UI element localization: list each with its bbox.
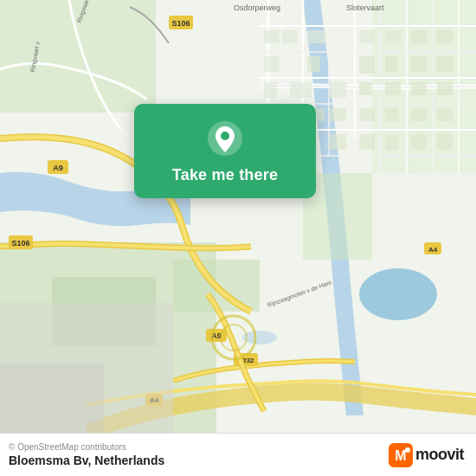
svg-rect-46 (307, 30, 326, 43)
cta-card[interactable]: Take me there (134, 104, 316, 198)
svg-point-83 (221, 132, 229, 140)
svg-text:M: M (395, 448, 406, 463)
svg-rect-75 (385, 134, 398, 150)
map-background: A9 S106 S106 A4 A4 N232 A9 (0, 0, 476, 433)
svg-rect-60 (411, 82, 427, 95)
svg-rect-59 (385, 82, 401, 95)
svg-rect-74 (359, 134, 375, 150)
svg-rect-50 (290, 82, 312, 98)
footer-copyright: © OpenStreetMap contributors (9, 442, 164, 452)
svg-rect-57 (437, 56, 453, 72)
moovit-icon: M (389, 443, 413, 467)
svg-rect-62 (307, 56, 320, 72)
svg-rect-45 (264, 56, 280, 72)
svg-rect-76 (411, 134, 427, 150)
svg-text:A4: A4 (428, 246, 438, 254)
map-container: A9 S106 S106 A4 A4 N232 A9 (0, 0, 476, 433)
svg-rect-77 (437, 134, 453, 150)
svg-rect-49 (264, 82, 277, 98)
svg-rect-68 (411, 108, 427, 121)
location-pin-icon (206, 119, 244, 158)
svg-rect-79 (0, 363, 104, 433)
svg-rect-54 (411, 30, 427, 43)
svg-rect-73 (329, 134, 346, 150)
moovit-text: moovit (415, 446, 464, 464)
svg-rect-51 (329, 82, 346, 98)
svg-rect-56 (411, 56, 427, 72)
svg-rect-55 (437, 30, 453, 43)
svg-text:Slotervaart: Slotervaart (346, 3, 384, 12)
svg-text:Osdorperweg: Osdorperweg (234, 3, 280, 12)
svg-rect-61 (437, 82, 453, 95)
svg-rect-43 (264, 30, 280, 43)
svg-rect-44 (282, 30, 298, 43)
svg-rect-66 (359, 108, 375, 121)
svg-rect-47 (359, 30, 375, 43)
footer-left: © OpenStreetMap contributors Bloemsma Bv… (9, 442, 164, 467)
cta-label[interactable]: Take me there (172, 166, 278, 184)
footer-bar: © OpenStreetMap contributors Bloemsma Bv… (0, 433, 476, 476)
svg-rect-69 (437, 108, 453, 121)
svg-rect-48 (385, 30, 401, 43)
footer-location: Bloemsma Bv, Netherlands (9, 453, 164, 467)
moovit-logo: M moovit (389, 443, 464, 467)
svg-text:S106: S106 (171, 19, 190, 28)
svg-point-86 (405, 447, 410, 453)
svg-point-1 (359, 268, 437, 320)
svg-rect-53 (385, 56, 398, 72)
svg-rect-52 (359, 56, 375, 74)
svg-rect-58 (359, 82, 372, 95)
svg-rect-72 (329, 108, 346, 121)
svg-text:A9: A9 (53, 164, 63, 172)
svg-rect-67 (385, 108, 398, 121)
svg-text:S106: S106 (11, 239, 29, 248)
